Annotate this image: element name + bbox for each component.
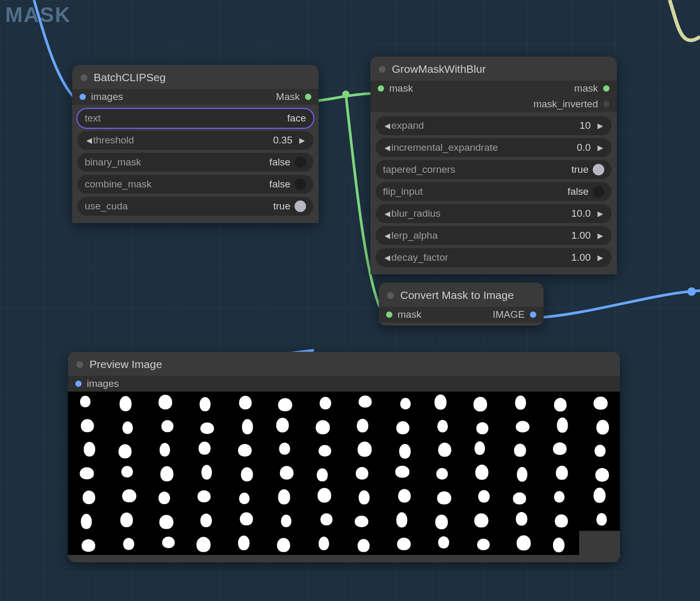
mask-thumbnail	[502, 485, 541, 508]
toggle-knob-icon[interactable]	[593, 186, 604, 197]
mask-thumbnail	[68, 485, 107, 508]
decay-factor-stepper[interactable]: ◀ decay_factor 1.00 ▶	[376, 248, 612, 267]
node-header[interactable]: GrowMaskWithBlur	[370, 57, 617, 81]
lerp-alpha-stepper[interactable]: ◀ lerp_alpha 1.00 ▶	[376, 226, 612, 245]
mask-thumbnail	[107, 462, 146, 485]
widget-value: 10	[580, 120, 591, 131]
input-port-dot[interactable]	[386, 311, 392, 318]
chevron-left-icon[interactable]: ◀	[383, 121, 391, 130]
mask-thumbnail	[344, 509, 383, 532]
collapse-dot-icon[interactable]	[81, 74, 87, 81]
output-port-label: Mask	[276, 91, 300, 103]
mask-thumbnail	[107, 509, 146, 532]
mask-thumbnail	[541, 392, 580, 415]
mask-thumbnail	[68, 392, 107, 415]
node-header[interactable]: BatchCLIPSeg	[72, 65, 319, 89]
widget-value: face	[287, 113, 306, 124]
ports-row: mask IMAGE	[379, 307, 544, 322]
blur-radius-stepper[interactable]: ◀ blur_radius 10.0 ▶	[376, 204, 612, 223]
chevron-right-icon[interactable]: ▶	[596, 121, 604, 130]
mask-thumbnail	[305, 532, 344, 555]
text-input[interactable]: text face	[77, 109, 313, 128]
chevron-right-icon[interactable]: ▶	[596, 231, 604, 240]
node-growmaskwithblur[interactable]: GrowMaskWithBlur mask mask mask_inverted…	[370, 57, 617, 274]
expand-stepper[interactable]: ◀ expand 10 ▶	[376, 116, 612, 135]
output-port-dot[interactable]	[603, 85, 609, 92]
input-port-dot[interactable]	[75, 381, 82, 387]
mask-thumbnail	[305, 509, 344, 532]
mask-thumbnail	[462, 509, 501, 532]
output-port-dot[interactable]	[305, 94, 311, 100]
chevron-right-icon[interactable]: ▶	[596, 253, 604, 262]
input-port-dot[interactable]	[378, 85, 384, 92]
chevron-left-icon[interactable]: ◀	[383, 143, 391, 152]
node-convert-mask-to-image[interactable]: Convert Mask to Image mask IMAGE	[379, 283, 544, 326]
chevron-left-icon[interactable]: ◀	[85, 136, 93, 144]
threshold-stepper[interactable]: ◀ threshold 0.35 ▶	[77, 131, 313, 150]
node-header[interactable]: Preview Image	[68, 352, 620, 376]
collapse-dot-icon[interactable]	[387, 292, 394, 299]
toggle-knob-icon[interactable]	[295, 157, 306, 168]
toggle-knob-icon[interactable]	[295, 201, 306, 212]
combine-mask-toggle[interactable]: combine_mask false	[77, 175, 313, 194]
node-preview-image[interactable]: Preview Image images	[68, 352, 620, 562]
binary-mask-toggle[interactable]: binary_mask false	[77, 153, 313, 172]
chevron-left-icon[interactable]: ◀	[383, 209, 391, 218]
node-header[interactable]: Convert Mask to Image	[379, 283, 544, 307]
mask-thumbnail	[305, 462, 344, 485]
mask-thumbnail	[502, 509, 541, 532]
resize-handle[interactable]	[579, 531, 620, 555]
mask-thumbnail	[186, 439, 225, 462]
mask-thumbnail	[541, 509, 580, 532]
tapered-corners-toggle[interactable]: tapered_corners true	[376, 160, 612, 179]
output-port-label: IMAGE	[493, 309, 525, 320]
mask-thumbnail	[265, 392, 304, 415]
mask-thumbnail	[423, 462, 462, 485]
mask-thumbnail	[107, 415, 146, 438]
flip-input-toggle[interactable]: flip_input false	[376, 182, 612, 201]
incremental-expandrate-stepper[interactable]: ◀ incremental_expandrate 0.0 ▶	[376, 138, 612, 157]
mask-thumbnail	[581, 392, 620, 415]
chevron-right-icon[interactable]: ▶	[298, 136, 306, 144]
node-batchclipseg[interactable]: BatchCLIPSeg images Mask text face ◀ thr…	[72, 65, 319, 223]
mask-thumbnail	[383, 439, 422, 462]
ports-row: images Mask	[72, 89, 319, 105]
mask-thumbnail	[581, 509, 620, 532]
mask-thumbnail	[383, 462, 422, 485]
chevron-left-icon[interactable]: ◀	[383, 253, 391, 262]
mask-thumbnail	[423, 392, 462, 415]
widget-value: 1.00	[571, 252, 591, 263]
chevron-right-icon[interactable]: ▶	[596, 143, 604, 152]
mask-thumbnail	[147, 392, 186, 415]
chevron-left-icon[interactable]: ◀	[383, 231, 391, 240]
mask-thumbnail	[344, 532, 383, 555]
mask-thumbnail	[305, 439, 344, 462]
mask-thumbnail	[344, 462, 383, 485]
collapse-dot-icon[interactable]	[379, 66, 386, 73]
input-port-dot[interactable]	[80, 94, 86, 100]
chevron-right-icon[interactable]: ▶	[596, 209, 604, 218]
widget-label: decay_factor	[391, 252, 448, 263]
widget-value: 1.00	[571, 230, 591, 241]
mask-thumbnail	[226, 485, 265, 508]
use-cuda-toggle[interactable]: use_cuda true	[77, 197, 313, 216]
mask-thumbnail	[186, 532, 225, 555]
mask-thumbnail	[581, 439, 620, 462]
mask-thumbnail	[226, 415, 265, 438]
preview-image-grid	[68, 392, 620, 555]
mask-thumbnail	[265, 532, 304, 555]
toggle-knob-icon[interactable]	[295, 179, 306, 190]
input-port-label: images	[87, 378, 119, 389]
mask-thumbnail	[147, 532, 186, 555]
mask-thumbnail	[305, 415, 344, 438]
widget-label: lerp_alpha	[391, 230, 438, 241]
output-port-dot[interactable]	[530, 311, 536, 318]
mask-thumbnail	[383, 392, 422, 415]
collapse-dot-icon[interactable]	[76, 361, 83, 368]
mask-thumbnail	[186, 485, 225, 508]
mask-thumbnail	[423, 509, 462, 532]
output-port-dot[interactable]	[603, 101, 609, 107]
mask-thumbnail	[462, 462, 501, 485]
toggle-knob-icon[interactable]	[593, 164, 604, 175]
mask-thumbnail	[147, 485, 186, 508]
